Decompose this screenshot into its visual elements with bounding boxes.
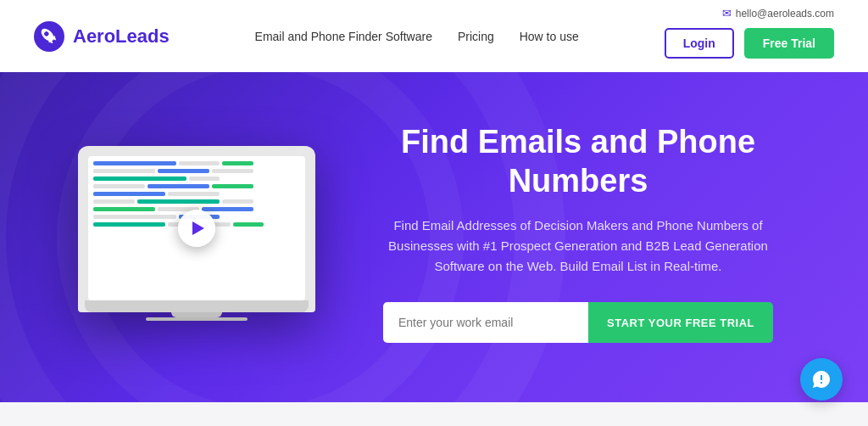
hero-cta: START YOUR FREE TRIAL [383, 302, 773, 343]
chat-button[interactable] [800, 358, 843, 401]
hero-subtitle: Find Email Addresses of Decision Makers … [366, 216, 790, 277]
login-button[interactable]: Login [665, 28, 734, 59]
laptop-frame [78, 146, 315, 312]
chat-icon [811, 369, 832, 390]
main-nav: Email and Phone Finder Software Pricing … [255, 30, 579, 43]
email-icon: ✉ [722, 7, 732, 20]
nav-pricing[interactable]: Pricing [458, 30, 494, 43]
logo-text: AeroLeads [73, 25, 170, 48]
bottom-section: Find Emails, Phone Numbers and B2B Data … [0, 402, 868, 426]
rocket-icon [34, 21, 64, 52]
email-input[interactable] [383, 302, 588, 343]
laptop-stand [171, 312, 222, 317]
start-trial-button[interactable]: START YOUR FREE TRIAL [588, 302, 773, 343]
hero-laptop [78, 146, 315, 321]
laptop-foot [146, 317, 248, 321]
contact-email: hello@aeroleads.com [736, 8, 834, 20]
header-actions: Login Free Trial [665, 28, 834, 59]
hero-title: Find Emails and Phone Numbers [366, 123, 790, 200]
nav-how-to-use[interactable]: How to use [520, 30, 579, 43]
play-icon [192, 221, 204, 235]
contact-email-bar: ✉ hello@aeroleads.com [722, 7, 834, 20]
nav-software[interactable]: Email and Phone Finder Software [255, 30, 432, 43]
header: ✉ hello@aeroleads.com AeroLeads Email an… [0, 0, 868, 72]
play-button[interactable] [178, 210, 215, 247]
free-trial-header-button[interactable]: Free Trial [744, 28, 834, 59]
hero-section: Find Emails and Phone Numbers Find Email… [0, 72, 868, 402]
laptop-base [85, 300, 309, 312]
hero-content: Find Emails and Phone Numbers Find Email… [366, 123, 790, 343]
logo[interactable]: AeroLeads [34, 21, 170, 52]
laptop-screen [88, 156, 305, 300]
